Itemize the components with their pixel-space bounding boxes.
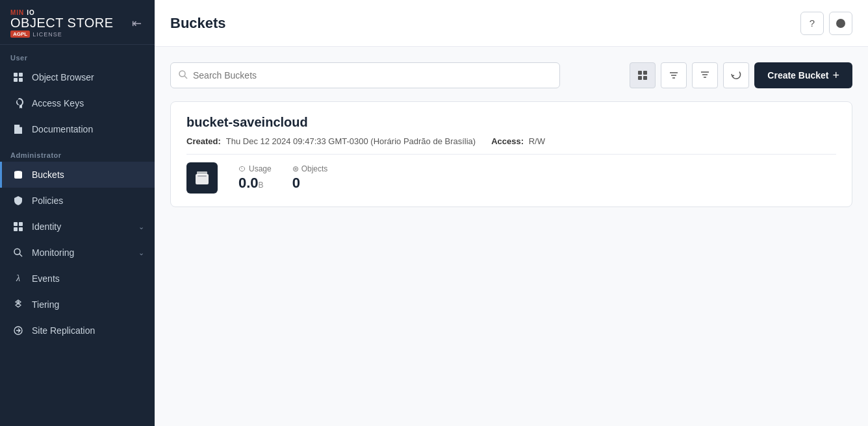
sidebar-item-documentation[interactable]: Documentation	[0, 116, 155, 142]
bucket-stats: ⏲ Usage 0.0B ⊛ Objects 0	[186, 162, 836, 194]
search-icon	[179, 70, 188, 81]
bucket-card-divider	[186, 154, 836, 155]
svg-point-14	[18, 301, 19, 303]
create-bucket-icon: +	[832, 69, 839, 82]
sidebar-item-label: Policies	[32, 195, 144, 206]
sidebar-item-access-keys[interactable]: Access Keys	[0, 90, 155, 116]
toolbar-right: Create Bucket +	[630, 62, 852, 88]
svg-rect-9	[19, 222, 23, 226]
bucket-card[interactable]: bucket-saveincloud Created: Thu Dec 12 2…	[170, 101, 852, 207]
help-button[interactable]: ?	[800, 12, 824, 35]
buckets-icon	[12, 169, 24, 181]
objects-stat: ⊛ Objects 0	[292, 164, 328, 192]
svg-rect-29	[198, 175, 207, 177]
site-replication-icon	[12, 325, 24, 336]
user-section-label: User	[0, 45, 155, 64]
svg-line-16	[185, 76, 187, 79]
grid-view-button[interactable]	[630, 62, 656, 88]
usage-value: 0.0B	[238, 175, 272, 192]
refresh-button[interactable]	[723, 62, 749, 88]
sidebar: MIN IO OBJECT STORE AGPL LICENSE ⇤ User …	[0, 0, 155, 426]
collapse-sidebar-button[interactable]: ⇤	[129, 14, 144, 33]
policies-icon	[12, 195, 24, 207]
objects-value: 0	[292, 175, 328, 192]
create-bucket-label: Create Bucket	[767, 70, 828, 81]
chevron-down-icon: ⌄	[138, 249, 144, 257]
admin-section-label: Administrator	[0, 142, 155, 162]
tiering-icon	[12, 299, 24, 310]
main-content: Buckets ?	[155, 0, 868, 426]
access-label: Access:	[491, 136, 524, 146]
create-bucket-button[interactable]: Create Bucket +	[754, 62, 852, 88]
sidebar-item-label: Tiering	[32, 299, 144, 310]
svg-rect-28	[197, 171, 207, 175]
search-box[interactable]	[170, 62, 560, 88]
monitoring-icon	[12, 247, 24, 258]
svg-point-12	[14, 249, 20, 255]
sidebar-item-label: Documentation	[32, 124, 144, 134]
sidebar-item-monitoring[interactable]: Monitoring ⌄	[0, 240, 155, 266]
documentation-icon	[12, 123, 24, 135]
usage-label: Usage	[249, 164, 272, 173]
usage-icon: ⏲	[238, 164, 246, 173]
topbar: Buckets ?	[155, 0, 868, 47]
bucket-icon	[186, 162, 218, 194]
logo-text: MIN IO OBJECT STORE AGPL LICENSE	[10, 9, 114, 38]
filter-button[interactable]	[692, 62, 718, 88]
sidebar-item-policies[interactable]: Policies	[0, 188, 155, 214]
sidebar-item-object-browser[interactable]: Object Browser	[0, 64, 155, 90]
svg-rect-11	[19, 227, 23, 231]
sidebar-item-site-replication[interactable]: Site Replication	[0, 318, 155, 344]
svg-rect-1	[19, 73, 23, 77]
access-keys-icon	[12, 97, 24, 109]
svg-rect-18	[643, 71, 647, 75]
sidebar-logo: MIN IO OBJECT STORE AGPL LICENSE ⇤	[0, 0, 155, 45]
toolbar-row: Create Bucket +	[170, 62, 852, 88]
object-browser-icon	[12, 71, 24, 83]
page-title: Buckets	[170, 15, 226, 32]
svg-rect-8	[14, 222, 18, 226]
sidebar-item-label: Object Browser	[32, 72, 144, 82]
svg-point-7	[14, 171, 22, 173]
objects-icon: ⊛	[292, 164, 299, 173]
access-value: R/W	[529, 136, 545, 146]
svg-rect-17	[638, 71, 642, 75]
created-value: Thu Dec 12 2024 09:47:33 GMT-0300 (Horár…	[226, 136, 476, 146]
theme-toggle-button[interactable]	[829, 12, 852, 35]
search-input[interactable]	[193, 70, 552, 81]
sort-button[interactable]	[661, 62, 687, 88]
sidebar-item-identity[interactable]: Identity ⌄	[0, 214, 155, 240]
logo-license-badge: AGPL	[10, 31, 30, 38]
sidebar-item-label: Identity	[32, 221, 131, 232]
svg-rect-20	[643, 76, 647, 80]
usage-stat: ⏲ Usage 0.0B	[238, 164, 272, 192]
logo-object-store: OBJECT STORE	[10, 16, 114, 29]
svg-point-15	[179, 71, 185, 77]
sidebar-item-tiering[interactable]: Tiering	[0, 292, 155, 318]
logo-license: AGPL LICENSE	[10, 31, 114, 38]
sidebar-item-label: Site Replication	[32, 325, 144, 336]
topbar-actions: ?	[800, 12, 852, 35]
sidebar-item-label: Monitoring	[32, 247, 131, 258]
events-icon: λ	[12, 273, 24, 284]
sidebar-item-label: Events	[32, 273, 144, 284]
logo-license-text: LICENSE	[32, 31, 62, 38]
sidebar-item-events[interactable]: λ Events	[0, 266, 155, 292]
sidebar-item-label: Buckets	[32, 169, 144, 180]
svg-rect-10	[14, 227, 18, 231]
objects-label: Objects	[301, 164, 328, 173]
chevron-down-icon: ⌄	[138, 223, 144, 231]
svg-line-13	[19, 254, 22, 257]
svg-rect-0	[14, 73, 18, 77]
bucket-name: bucket-saveincloud	[186, 115, 308, 130]
created-label: Created:	[186, 136, 221, 146]
identity-icon	[12, 221, 24, 232]
sidebar-item-buckets[interactable]: Buckets	[0, 162, 155, 188]
svg-rect-19	[638, 76, 642, 80]
svg-rect-3	[19, 78, 23, 82]
svg-rect-2	[14, 78, 18, 82]
sidebar-item-label: Access Keys	[32, 98, 144, 108]
content-area: Create Bucket + bucket-saveincloud Creat…	[155, 47, 868, 426]
